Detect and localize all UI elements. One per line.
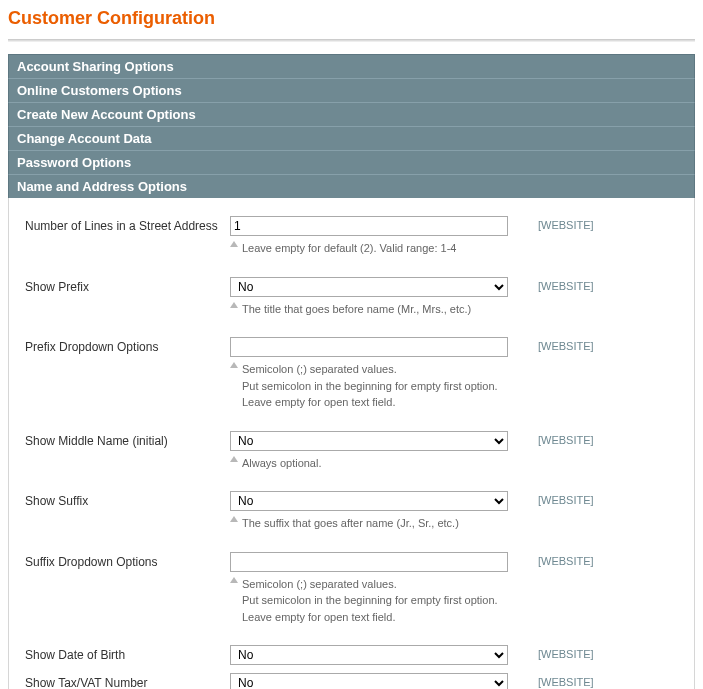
field-row-show-taxvat: Show Tax/VAT Number No [WEBSITE] xyxy=(25,673,678,689)
input-prefix-options[interactable] xyxy=(230,337,508,357)
hint-text: Put semicolon in the beginning for empty… xyxy=(242,594,498,606)
field-mid: No Always optional. xyxy=(230,431,510,474)
scope-label: [WEBSITE] xyxy=(538,645,594,660)
caret-icon xyxy=(230,516,238,522)
label-show-taxvat: Show Tax/VAT Number xyxy=(25,673,230,689)
field-row-show-suffix: Show Suffix No The suffix that goes afte… xyxy=(25,491,678,534)
hint-prefix-options-1: Semicolon (;) separated values.Put semic… xyxy=(230,357,510,413)
select-show-taxvat[interactable]: No xyxy=(230,673,508,689)
hint-text: The title that goes before name (Mr., Mr… xyxy=(242,303,471,315)
label-show-dob: Show Date of Birth xyxy=(25,645,230,662)
field-row-show-prefix: Show Prefix No The title that goes befor… xyxy=(25,277,678,320)
field-mid: Semicolon (;) separated values.Put semic… xyxy=(230,552,510,628)
label-show-middle: Show Middle Name (initial) xyxy=(25,431,230,448)
hint-suffix-options: Semicolon (;) separated values.Put semic… xyxy=(230,572,510,628)
divider xyxy=(8,39,695,42)
hint-text: Leave empty for open text field. xyxy=(242,611,395,623)
field-mid: Leave empty for default (2). Valid range… xyxy=(230,216,510,259)
field-row-show-middle: Show Middle Name (initial) No Always opt… xyxy=(25,431,678,474)
caret-icon xyxy=(230,302,238,308)
select-show-middle[interactable]: No xyxy=(230,431,508,451)
config-sections: Account Sharing Options Online Customers… xyxy=(0,54,703,689)
hint-street-lines: Leave empty for default (2). Valid range… xyxy=(230,236,510,259)
hint-show-suffix: The suffix that goes after name (Jr., Sr… xyxy=(230,511,510,534)
section-create-account[interactable]: Create New Account Options xyxy=(8,102,695,126)
select-show-dob[interactable]: No xyxy=(230,645,508,665)
label-street-lines: Number of Lines in a Street Address xyxy=(25,216,230,233)
label-show-prefix: Show Prefix xyxy=(25,277,230,294)
field-mid: No The suffix that goes after name (Jr.,… xyxy=(230,491,510,534)
field-mid: No The title that goes before name (Mr.,… xyxy=(230,277,510,320)
field-mid: No xyxy=(230,673,510,689)
scope-label: [WEBSITE] xyxy=(538,673,594,688)
caret-icon xyxy=(230,577,238,583)
section-change-account[interactable]: Change Account Data xyxy=(8,126,695,150)
select-show-suffix[interactable]: No xyxy=(230,491,508,511)
hint-text: Leave empty for default (2). Valid range… xyxy=(242,242,456,254)
field-row-prefix-options: Prefix Dropdown Options Semicolon (;) se… xyxy=(25,337,678,413)
label-prefix-options: Prefix Dropdown Options xyxy=(25,337,230,354)
hint-text: Leave empty for open text field. xyxy=(242,396,395,408)
select-show-prefix[interactable]: No xyxy=(230,277,508,297)
page-title: Customer Configuration xyxy=(0,0,703,39)
scope-label: [WEBSITE] xyxy=(538,277,594,292)
caret-icon xyxy=(230,456,238,462)
field-mid: Semicolon (;) separated values.Put semic… xyxy=(230,337,510,413)
field-row-street-lines: Number of Lines in a Street Address Leav… xyxy=(25,216,678,259)
section-name-address[interactable]: Name and Address Options xyxy=(8,174,695,198)
caret-icon xyxy=(230,362,238,368)
hint-show-middle: Always optional. xyxy=(230,451,510,474)
hint-text: Semicolon (;) separated values. xyxy=(242,578,397,590)
section-account-sharing[interactable]: Account Sharing Options xyxy=(8,54,695,78)
field-row-suffix-options: Suffix Dropdown Options Semicolon (;) se… xyxy=(25,552,678,628)
section-online-customers[interactable]: Online Customers Options xyxy=(8,78,695,102)
section-body-name-address: Number of Lines in a Street Address Leav… xyxy=(8,198,695,689)
field-mid: No xyxy=(230,645,510,665)
label-show-suffix: Show Suffix xyxy=(25,491,230,508)
hint-text: Semicolon (;) separated values. xyxy=(242,363,397,375)
section-password[interactable]: Password Options xyxy=(8,150,695,174)
scope-label: [WEBSITE] xyxy=(538,337,594,352)
scope-label: [WEBSITE] xyxy=(538,431,594,446)
scope-label: [WEBSITE] xyxy=(538,491,594,506)
caret-icon xyxy=(230,241,238,247)
scope-label: [WEBSITE] xyxy=(538,216,594,231)
input-street-lines[interactable] xyxy=(230,216,508,236)
hint-text: Put semicolon in the beginning for empty… xyxy=(242,380,498,392)
field-row-show-dob: Show Date of Birth No [WEBSITE] xyxy=(25,645,678,665)
hint-text: The suffix that goes after name (Jr., Sr… xyxy=(242,517,459,529)
label-suffix-options: Suffix Dropdown Options xyxy=(25,552,230,569)
input-suffix-options[interactable] xyxy=(230,552,508,572)
hint-text: Always optional. xyxy=(242,457,322,469)
scope-label: [WEBSITE] xyxy=(538,552,594,567)
hint-show-prefix: The title that goes before name (Mr., Mr… xyxy=(230,297,510,320)
